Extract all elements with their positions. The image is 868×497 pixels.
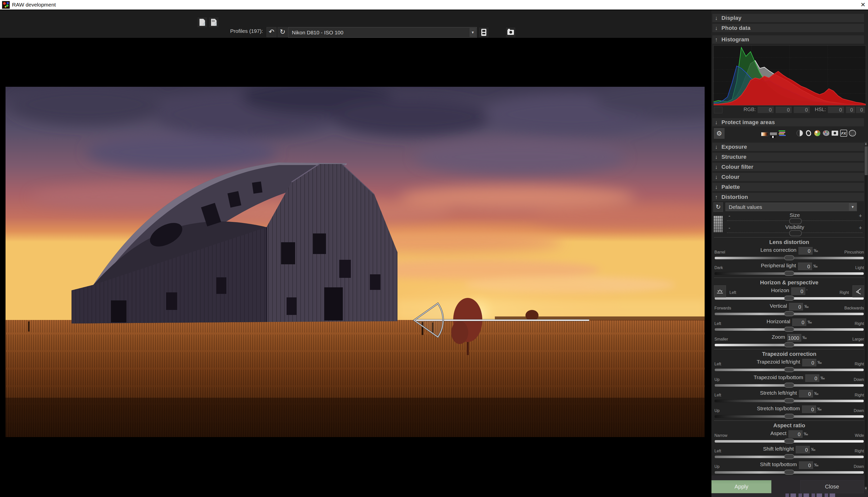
section-header-photo-data[interactable]: ↓Photo data (713, 24, 864, 32)
preset-dropdown[interactable]: Default values ▼ (726, 203, 857, 211)
section-header-histogram[interactable]: ↑Histogram (713, 36, 864, 44)
gear-icon[interactable]: ⚙ (714, 128, 725, 139)
rgb-label: RGB: (744, 106, 756, 112)
slider-track[interactable] (714, 455, 864, 458)
value-input[interactable]: 0 (789, 303, 803, 310)
slider-label: Vertical (770, 303, 787, 309)
slider-track[interactable] (714, 440, 864, 443)
value-input[interactable]: 1000 (787, 334, 801, 342)
value-input[interactable]: 0 (802, 359, 816, 366)
slider-thumb[interactable] (784, 255, 794, 260)
angle-tool-icon[interactable] (852, 285, 865, 297)
distortion-preset-row: ↻ Default values ▼ (713, 202, 866, 211)
value-input[interactable]: 0 (805, 374, 819, 382)
slider-track[interactable] (714, 399, 864, 402)
gradient-icon[interactable] (761, 130, 768, 137)
value-input[interactable]: 0 (796, 446, 810, 453)
save-profile-button[interactable] (479, 27, 489, 38)
slider-thumb[interactable] (784, 271, 794, 276)
visibility-slider-row: -Visibility+ (727, 224, 863, 236)
horizon-tool-icon[interactable] (714, 285, 726, 297)
preset-dropdown-value: Default values (729, 204, 762, 210)
histogram-icon[interactable] (787, 130, 795, 137)
noise-glyph (770, 132, 777, 135)
slider-thumb[interactable] (784, 398, 794, 403)
slider-label: Size (727, 212, 863, 218)
vignette-icon[interactable] (805, 130, 812, 137)
slider-thumb[interactable] (784, 414, 794, 419)
undo-icon[interactable]: ↶ (266, 27, 277, 37)
section-header-colour[interactable]: ↓Colour (713, 173, 864, 181)
slider-track[interactable] (714, 384, 864, 387)
color-lines-icon[interactable] (779, 130, 786, 137)
slider-thumb[interactable] (789, 218, 802, 224)
value-input[interactable]: 0 (799, 462, 813, 469)
value-input[interactable]: 0 (799, 247, 813, 255)
collapse-arrow-icon: ↑ (715, 36, 721, 44)
scrollbar-thumb[interactable] (865, 146, 868, 175)
slider-thumb[interactable] (784, 296, 794, 301)
chevron-down-icon[interactable]: ▼ (469, 28, 476, 37)
slider-track[interactable] (714, 328, 864, 331)
panorama-icon[interactable] (858, 130, 865, 137)
section-header-distortion[interactable]: ↑Distortion (713, 193, 864, 201)
contrast-icon[interactable] (796, 130, 803, 137)
photo-canvas[interactable] (5, 87, 705, 437)
color-swatch (714, 107, 722, 113)
slider-thumb[interactable] (784, 327, 794, 332)
section-header-display[interactable]: ↓Display (713, 14, 864, 22)
slider-track[interactable] (714, 415, 864, 418)
value-input[interactable]: 0 (798, 262, 812, 270)
section-header-exposure[interactable]: ↓Exposure (713, 143, 864, 151)
camera-icon[interactable] (831, 130, 838, 137)
group-separator (714, 421, 865, 421)
value-input[interactable]: 0 (791, 287, 805, 295)
apply-button[interactable]: Apply (712, 480, 771, 493)
chevron-down-icon[interactable]: ▼ (849, 203, 856, 211)
section-header-structure[interactable]: ↓Structure (713, 153, 864, 161)
brain-icon[interactable] (849, 130, 856, 137)
value-input[interactable]: 0 (792, 318, 806, 326)
slider-track[interactable] (714, 272, 864, 275)
profile-dropdown[interactable]: Nikon D810 - ISO 100 ▼ (288, 27, 477, 38)
slider-track[interactable] (714, 343, 864, 346)
scroll-up-icon[interactable]: ▲ (865, 142, 867, 146)
fx-icon[interactable]: FX (840, 130, 847, 137)
slider-thumb[interactable] (789, 230, 802, 236)
slider-track[interactable] (714, 312, 864, 315)
panel-scrollbar[interactable]: ▲ ▼ (864, 142, 868, 491)
redo-icon[interactable]: ↻ (277, 27, 288, 37)
slider-track[interactable] (714, 297, 864, 300)
slider-thumb[interactable] (784, 367, 794, 372)
add-profile-from-settings-button[interactable] (209, 17, 219, 28)
scroll-down-icon[interactable]: ▼ (865, 487, 867, 490)
section-header-protect-image-areas[interactable]: ↓Protect image areas (713, 118, 864, 126)
slider-thumb[interactable] (784, 454, 794, 459)
noise-icon[interactable] (770, 130, 777, 137)
value-input[interactable]: 0 (788, 430, 802, 438)
slider-thumb[interactable] (784, 311, 794, 316)
slider-thumb[interactable] (784, 439, 794, 444)
slider-thumb[interactable] (784, 383, 794, 388)
slider-track[interactable] (714, 368, 864, 371)
add-profile-button[interactable] (197, 17, 207, 28)
slider-track[interactable] (714, 471, 864, 474)
size-slider-row: -Size+ (727, 212, 863, 224)
section-header-palette[interactable]: ↓Palette (713, 183, 864, 191)
value-input[interactable]: 0 (802, 406, 816, 413)
value-input[interactable]: 0 (799, 390, 813, 397)
unit-label: ‰ (814, 391, 818, 396)
close-button[interactable]: Close (800, 480, 864, 493)
color-sphere-icon[interactable] (814, 130, 821, 137)
window-close-icon[interactable]: ✕ (859, 1, 867, 9)
palette-icon[interactable] (823, 130, 830, 137)
section-header-colour-filter[interactable]: ↓Colour filter (713, 163, 864, 171)
slider-thumb[interactable] (784, 470, 794, 475)
slider-thumb[interactable] (784, 342, 794, 347)
camera-button[interactable] (506, 27, 516, 38)
hsl-h-value: 0 (828, 106, 844, 113)
grid-overlay-icon[interactable] (713, 216, 723, 233)
slider-track[interactable] (714, 257, 864, 259)
reset-icon[interactable]: ↻ (713, 202, 723, 212)
unit-label: ‰ (813, 264, 817, 269)
